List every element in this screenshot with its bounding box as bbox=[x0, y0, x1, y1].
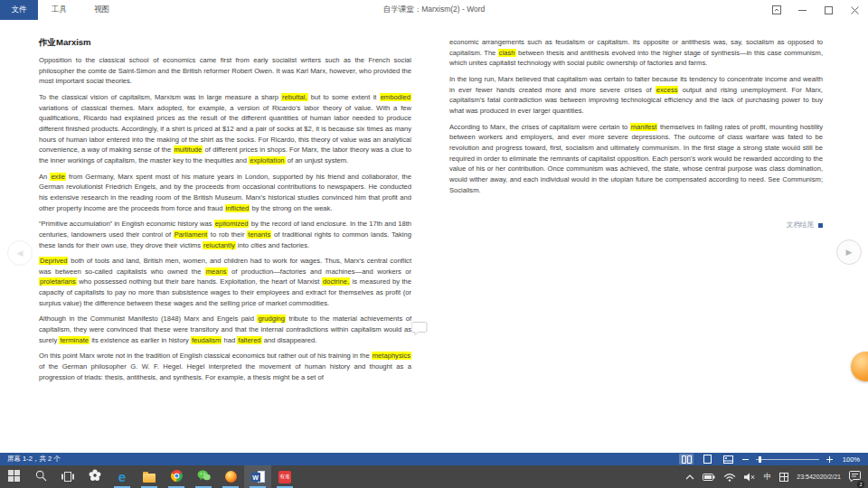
highlighted-text: multitude bbox=[174, 145, 203, 154]
highlighted-text: excess bbox=[656, 86, 679, 94]
taskbar-clock[interactable]: 23:54 2020/2/21 bbox=[797, 474, 841, 481]
zoom-in-button[interactable] bbox=[826, 455, 834, 464]
window-title: 自学课堂：Marxism(2) - Word bbox=[0, 0, 868, 20]
highlighted-text: manifest bbox=[630, 123, 658, 131]
zoom-percentage[interactable]: 100% bbox=[840, 455, 860, 464]
highlighted-text: rebuttal, bbox=[281, 93, 307, 101]
highlighted-text: metaphysics bbox=[372, 352, 411, 360]
word-title-bar: 文件 工具 视图 自学课堂：Marxism(2) - Word bbox=[0, 0, 868, 20]
highlighted-text: Deprived bbox=[39, 257, 68, 265]
highlighted-text: terminate bbox=[59, 336, 90, 344]
zoom-out-button[interactable] bbox=[741, 455, 750, 464]
highlighted-text: exploitation bbox=[249, 156, 285, 164]
hidden-icons-chevron-icon[interactable] bbox=[685, 474, 694, 480]
paragraph: An exile from Germany, Marx spent most o… bbox=[39, 172, 411, 214]
highlighted-text: grudging bbox=[257, 314, 286, 323]
search-button[interactable] bbox=[27, 465, 54, 488]
view-menu[interactable]: 视图 bbox=[80, 0, 123, 20]
zoom-slider-thumb[interactable] bbox=[759, 456, 761, 463]
file-explorer-button[interactable] bbox=[136, 465, 163, 488]
highlighted-text: feudalism bbox=[191, 336, 222, 344]
highlighted-text: exile bbox=[50, 173, 66, 181]
minimize-icon[interactable] bbox=[789, 0, 816, 20]
highlighted-text: doctrine, bbox=[322, 277, 350, 286]
windows-logo-icon bbox=[8, 469, 20, 485]
pinwheel-app-icon bbox=[89, 469, 101, 485]
clock-date: 2020/2/21 bbox=[813, 474, 841, 481]
maximize-icon[interactable] bbox=[816, 0, 842, 20]
highlighted-text: proletarians bbox=[39, 277, 77, 286]
paragraph: economic arrangements such as feudalism … bbox=[449, 37, 823, 69]
notification-count-badge: 2 bbox=[857, 481, 864, 488]
read-mode-view-button[interactable] bbox=[679, 454, 693, 465]
screen-count-status[interactable]: 屏幕 1-2，共 2 个 bbox=[0, 455, 61, 464]
highlighted-text: Parliament bbox=[174, 230, 208, 239]
left-column: 作业Marxism Opposition to the classical sc… bbox=[39, 37, 411, 388]
clock-time: 23:54 bbox=[797, 474, 813, 481]
action-center-button[interactable]: 2 bbox=[849, 469, 861, 485]
paragraph: Opposition to the classical school of ec… bbox=[39, 55, 411, 87]
highlighted-text: means bbox=[205, 267, 228, 276]
windows-taskbar: e W 有道 中 bbox=[0, 465, 868, 488]
end-of-document-label: 文档结尾 bbox=[787, 221, 814, 230]
previous-screen-button[interactable]: ◀ bbox=[7, 240, 33, 266]
task-view-icon bbox=[61, 469, 74, 485]
search-icon bbox=[35, 469, 47, 485]
chrome-app-button[interactable] bbox=[163, 465, 190, 488]
next-screen-button[interactable]: ▶ bbox=[836, 239, 862, 265]
floating-assistant-ball-icon[interactable] bbox=[851, 352, 868, 381]
paragraph: To the classical vision of capitalism, M… bbox=[39, 92, 411, 166]
highlighted-text: faltered bbox=[237, 336, 261, 344]
edge-app-button[interactable]: e bbox=[108, 465, 136, 488]
word-app-button[interactable]: W bbox=[244, 465, 271, 488]
document-canvas: 作业Marxism Opposition to the classical sc… bbox=[0, 20, 868, 453]
youdao-dict-button[interactable]: 有道 bbox=[271, 465, 298, 488]
firefox-app-button[interactable] bbox=[217, 465, 244, 488]
youdao-dict-icon: 有道 bbox=[278, 471, 291, 483]
paragraph: In the long run, Marx believed that capi… bbox=[449, 74, 823, 117]
volume-muted-icon[interactable] bbox=[744, 473, 756, 482]
word-icon: W bbox=[251, 471, 265, 483]
word-status-bar: 屏幕 1-2，共 2 个 100% bbox=[0, 453, 868, 465]
end-of-document-icon bbox=[818, 223, 823, 228]
document-heading: 作业Marxism bbox=[39, 37, 411, 49]
paragraph: Although in the Communist Manifesto (184… bbox=[39, 314, 411, 345]
start-button[interactable] bbox=[0, 465, 27, 488]
paragraph: According to Marx, the crises of capital… bbox=[449, 122, 823, 196]
chrome-icon bbox=[171, 469, 183, 485]
input-language-indicator[interactable]: 中 bbox=[764, 472, 772, 483]
zoom-slider[interactable] bbox=[756, 459, 819, 460]
auto-hide-ribbon-icon[interactable] bbox=[763, 0, 789, 20]
file-menu-button[interactable]: 文件 bbox=[0, 0, 38, 20]
paragraph: “Primitive accumulation” in English econ… bbox=[39, 219, 411, 250]
firefox-icon bbox=[225, 471, 237, 483]
file-explorer-icon bbox=[143, 474, 156, 483]
wechat-icon bbox=[197, 469, 211, 485]
wechat-app-button[interactable] bbox=[190, 465, 217, 488]
print-layout-view-button[interactable] bbox=[700, 454, 714, 465]
window-controls bbox=[763, 0, 868, 20]
right-column: economic arrangements such as feudalism … bbox=[449, 37, 823, 388]
highlighted-text: inflicted bbox=[225, 204, 250, 212]
edge-icon: e bbox=[118, 470, 126, 483]
close-icon[interactable] bbox=[842, 0, 868, 20]
task-view-button[interactable] bbox=[54, 465, 81, 488]
system-tray: 中 23:54 2020/2/21 2 bbox=[685, 465, 868, 488]
web-layout-view-button[interactable] bbox=[721, 454, 735, 465]
highlighted-text: embodied bbox=[380, 93, 411, 101]
pinwheel-app-button[interactable] bbox=[81, 465, 108, 488]
highlighted-text: tenants bbox=[247, 230, 271, 239]
highlighted-text: epitomized bbox=[214, 220, 250, 228]
paragraph: Deprived both of tools and land, British… bbox=[39, 256, 411, 308]
document-end-marker: 文档结尾 bbox=[449, 221, 823, 230]
comment-bubble-icon[interactable] bbox=[411, 321, 429, 340]
battery-icon[interactable] bbox=[703, 474, 715, 481]
highlighted-text: reluctantly bbox=[203, 241, 236, 249]
highlighted-text: clash bbox=[498, 49, 516, 57]
ime-mode-icon[interactable] bbox=[779, 473, 788, 482]
paragraph: On this point Marx wrote not in the trad… bbox=[39, 351, 411, 382]
tools-menu[interactable]: 工具 bbox=[38, 0, 80, 20]
wifi-icon[interactable] bbox=[723, 473, 736, 482]
